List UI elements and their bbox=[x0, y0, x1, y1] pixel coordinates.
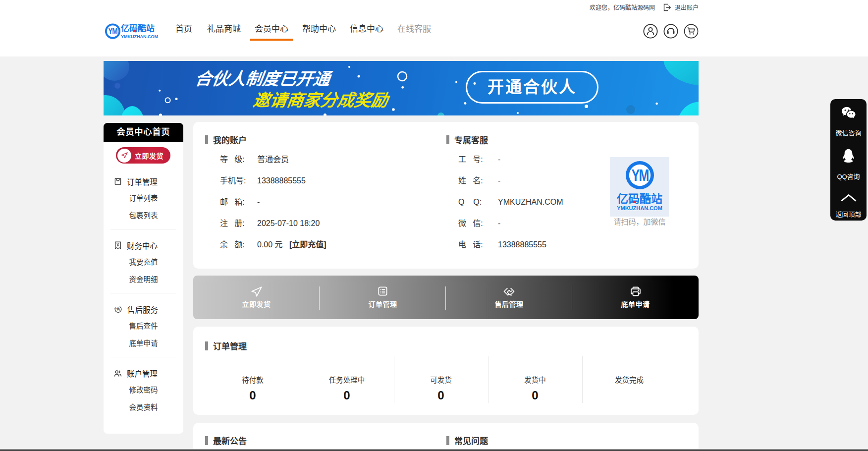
svg-text:YM: YM bbox=[108, 27, 117, 36]
svg-text:YM: YM bbox=[631, 167, 649, 184]
svg-text:售: 售 bbox=[116, 307, 120, 312]
